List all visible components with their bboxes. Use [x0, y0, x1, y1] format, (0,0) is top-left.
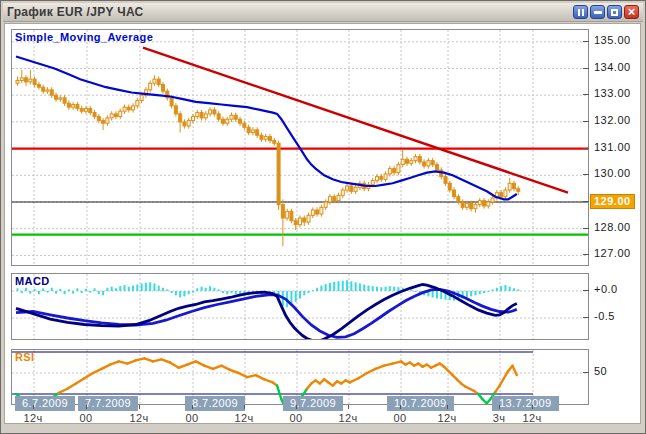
candle-body — [384, 174, 387, 179]
candle-body — [431, 161, 434, 165]
candle-body — [512, 183, 515, 188]
rsi-line-segment — [102, 365, 111, 369]
candle-body — [328, 197, 331, 202]
rsi-line-segment — [393, 361, 402, 363]
price-axis-label: 135.00 — [594, 34, 631, 46]
candle-body — [303, 218, 306, 222]
pause-icon[interactable] — [573, 5, 588, 19]
chart-window: График EUR /JPY ЧАС × Simple_Moving_Aver… — [0, 0, 646, 434]
macd-panel[interactable] — [11, 273, 589, 340]
rsi-tick — [583, 372, 589, 373]
candle-body — [478, 201, 481, 205]
candle-body — [209, 110, 212, 114]
rsi-line-segment — [512, 366, 516, 375]
candle-body — [20, 78, 23, 81]
descending-trendline[interactable] — [143, 48, 568, 193]
candle-body — [132, 106, 135, 110]
candle-body — [42, 87, 45, 91]
candle-body — [230, 115, 233, 119]
candle-body — [243, 123, 246, 127]
candle-body — [427, 161, 430, 166]
candle-body — [260, 135, 263, 139]
price-axis-label: 134.00 — [594, 61, 631, 73]
candle-body — [50, 90, 53, 95]
candle-body — [72, 105, 75, 108]
window-title: График EUR /JPY ЧАС — [7, 5, 144, 19]
candle-body — [350, 186, 353, 191]
candle-body — [247, 127, 250, 132]
candle-body — [346, 186, 349, 190]
candle-body — [55, 95, 58, 99]
candle-body — [461, 202, 464, 207]
price-axis-label: 133.00 — [594, 87, 631, 99]
time-tick — [499, 405, 500, 409]
candle-body — [294, 221, 297, 225]
candle-body — [140, 95, 143, 100]
time-label: 00 — [290, 412, 303, 424]
candle-body — [448, 183, 451, 190]
candle-body — [37, 85, 40, 88]
candle-body — [162, 85, 165, 92]
candle-body — [444, 177, 447, 184]
rsi-line-segment — [127, 360, 136, 363]
time-label: 00 — [80, 412, 93, 424]
minimize-icon[interactable] — [590, 5, 605, 19]
candle-body — [16, 81, 19, 84]
current-price-tag: 129.00 — [590, 194, 635, 209]
candle-body — [29, 79, 32, 82]
candle-body — [483, 201, 486, 206]
rsi-line-segment — [153, 359, 162, 361]
rsi-line-segment — [67, 384, 76, 389]
rsi-line-segment — [179, 365, 188, 368]
candle-body — [89, 109, 92, 113]
sma-indicator-label: Simple_Moving_Average — [15, 31, 153, 43]
candle-body — [393, 169, 396, 173]
time-label: 12ч — [523, 412, 542, 424]
date-label: 7.7.2009 — [78, 396, 138, 411]
candle-body — [157, 79, 160, 84]
rsi-line-segment — [247, 375, 256, 377]
time-label: 00 — [186, 412, 199, 424]
candle-body — [517, 189, 520, 192]
macd-chart — [12, 274, 588, 339]
rsi-line-segment — [213, 366, 222, 369]
rsi-line-segment — [367, 369, 376, 373]
candle-body — [320, 207, 323, 214]
rsi-line-segment — [84, 373, 93, 378]
rsi-line-segment — [162, 359, 171, 362]
date-label: 6.7.2009 — [15, 396, 75, 411]
rsi-line-segment — [230, 370, 239, 373]
candle-body — [102, 121, 105, 124]
close-icon[interactable]: × — [624, 5, 639, 19]
candle-body — [136, 101, 139, 106]
candle-body — [25, 78, 28, 82]
rsi-line-segment — [144, 358, 153, 361]
time-tick — [244, 405, 245, 409]
candle-body — [410, 161, 413, 164]
date-label: 13.7.2009 — [492, 396, 559, 411]
candle-body — [397, 165, 400, 173]
candle-body — [307, 215, 310, 222]
rsi-line-segment — [239, 373, 248, 377]
candle-body — [191, 117, 194, 121]
rsi-line-segment — [59, 389, 68, 393]
rsi-line-segment — [384, 364, 393, 366]
rsi-line-segment — [187, 361, 196, 364]
candle-body — [217, 114, 220, 119]
candles — [16, 70, 520, 246]
macd-indicator-label: MACD — [15, 275, 50, 287]
candle-body — [183, 122, 186, 126]
candle-body — [457, 197, 460, 202]
macd-axis-label: +0.0 — [594, 283, 618, 295]
candle-body — [97, 117, 100, 121]
candle-body — [33, 79, 36, 84]
rsi-line-segment — [264, 379, 273, 382]
candle-body — [204, 114, 207, 118]
price-chart-panel[interactable] — [11, 29, 589, 266]
price-tick — [583, 228, 589, 229]
rsi-line-segment — [110, 361, 119, 364]
price-tick — [583, 174, 589, 175]
title-bar[interactable]: График EUR /JPY ЧАС × — [3, 3, 643, 22]
candle-body — [153, 79, 156, 83]
maximize-icon[interactable] — [607, 5, 622, 19]
